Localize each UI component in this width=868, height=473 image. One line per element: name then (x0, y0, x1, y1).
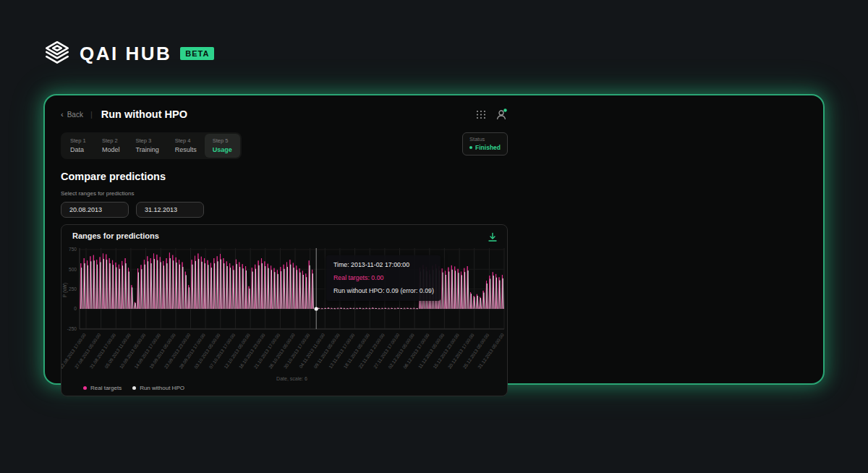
svg-text:-250: -250 (67, 326, 77, 331)
status-dot-icon (469, 146, 472, 149)
beta-badge: BETA (180, 47, 214, 60)
svg-text:22.11.2013 23:00:00: 22.11.2013 23:00:00 (357, 332, 386, 369)
chart-legend: Real targetsRun without HPO (83, 385, 184, 391)
svg-text:500: 500 (69, 267, 77, 272)
svg-text:P (kW): P (kW) (62, 283, 68, 297)
date-from-input[interactable]: 20.08.2013 (61, 202, 129, 218)
svg-text:06.12.2013 17:00:00: 06.12.2013 17:00:00 (402, 332, 430, 370)
svg-text:31.08.2013 17:00:00: 31.08.2013 17:00:00 (88, 332, 116, 370)
svg-text:22.08.2013 17:00:00: 22.08.2013 17:00:00 (61, 332, 87, 370)
step-label: Training (136, 146, 159, 153)
svg-text:07.10.2013 17:00:00: 07.10.2013 17:00:00 (208, 332, 236, 370)
apps-grid-icon[interactable] (475, 108, 488, 121)
back-label: Back (67, 111, 83, 119)
svg-text:0: 0 (74, 306, 77, 311)
step-number: Step 2 (102, 137, 120, 144)
step-tab-training[interactable]: Step 3Training (128, 134, 167, 158)
svg-text:19.09.2013 05:00:00: 19.09.2013 05:00:00 (148, 332, 176, 370)
svg-text:12.10.2013 05:00:00: 12.10.2013 05:00:00 (223, 332, 251, 370)
svg-text:03.10.2013 05:00:00: 03.10.2013 05:00:00 (193, 332, 221, 370)
svg-text:16.10.2013 23:00:00: 16.10.2013 23:00:00 (238, 332, 266, 370)
step-label: Results (175, 146, 197, 153)
chevron-left-icon: ‹ (61, 110, 64, 119)
svg-text:18.11.2013 05:00:00: 18.11.2013 05:00:00 (342, 332, 370, 369)
legend-label: Run without HPO (140, 385, 184, 391)
svg-text:10.09.2013 05:00:00: 10.09.2013 05:00:00 (119, 332, 147, 370)
step-tabs: Step 1DataStep 2ModelStep 3TrainingStep … (61, 132, 242, 159)
step-tab-results[interactable]: Step 4Results (167, 134, 205, 158)
step-tab-model[interactable]: Step 2Model (94, 134, 128, 158)
svg-text:14.09.2013 17:00:00: 14.09.2013 17:00:00 (133, 332, 161, 370)
download-chart-icon[interactable] (488, 232, 498, 242)
svg-text:11.12.2013 05:00:00: 11.12.2013 05:00:00 (417, 332, 446, 369)
brand-logo[interactable]: QAI HUB BETA (43, 40, 214, 67)
svg-text:31.12.2013 05:00:00: 31.12.2013 05:00:00 (477, 332, 505, 370)
header-divider: | (90, 110, 93, 119)
status-value: Finished (469, 144, 501, 151)
svg-text:15.12.2013 23:00:00: 15.12.2013 23:00:00 (432, 332, 460, 370)
step-label: Model (102, 146, 120, 153)
svg-text:30.10.2013 17:00:00: 30.10.2013 17:00:00 (283, 332, 311, 370)
card-header: ‹ Back | Run without HPO (61, 106, 508, 122)
step-number: Step 3 (136, 137, 159, 144)
status-label: Status (469, 136, 501, 142)
legend-dot-icon (83, 386, 87, 390)
section-title: Compare predictions (61, 171, 508, 182)
svg-text:13.11.2013 17:00:00: 13.11.2013 17:00:00 (328, 332, 356, 369)
chart-title: Ranges for predictions (72, 231, 507, 240)
online-status-dot (503, 108, 506, 111)
svg-text:21.10.2013 17:00:00: 21.10.2013 17:00:00 (252, 332, 281, 370)
legend-label: Real targets (90, 385, 122, 391)
user-profile-icon[interactable] (495, 108, 508, 121)
svg-text:26.10.2013 05:00:00: 26.10.2013 05:00:00 (268, 332, 296, 370)
svg-text:250: 250 (69, 286, 77, 291)
select-ranges-label: Select ranges for predictions (61, 190, 508, 197)
svg-text:25.12.2013 05:00:00: 25.12.2013 05:00:00 (461, 332, 490, 370)
step-number: Step 5 (213, 137, 232, 144)
svg-text:27.11.2013 17:00:00: 27.11.2013 17:00:00 (373, 332, 401, 369)
step-label: Data (70, 146, 86, 153)
svg-text:20.12.2013 17:00:00: 20.12.2013 17:00:00 (447, 332, 475, 370)
step-number: Step 4 (175, 137, 197, 144)
svg-text:27.08.2013 05:00:00: 27.08.2013 05:00:00 (74, 332, 102, 370)
step-tab-data[interactable]: Step 1Data (62, 134, 94, 158)
date-to-input[interactable]: 31.12.2013 (136, 202, 204, 218)
svg-text:23.09.2013 23:00:00: 23.09.2013 23:00:00 (163, 332, 191, 370)
svg-text:05.09.2013 11:00:00: 05.09.2013 11:00:00 (103, 332, 132, 369)
legend-dot-icon (132, 386, 136, 390)
qai-hub-logo-icon (43, 40, 71, 67)
brand-name: QAI HUB (80, 43, 171, 65)
step-label: Usage (213, 146, 232, 153)
predictions-chart[interactable]: 22.08.2013 17:00:0027.08.2013 05:00:0031… (61, 242, 507, 387)
svg-text:02.12.2013 05:00:00: 02.12.2013 05:00:00 (387, 332, 415, 370)
svg-text:750: 750 (69, 247, 77, 252)
chart-panel: Ranges for predictions 22.08.2013 17:00:… (61, 224, 508, 396)
legend-item-run-without-hpo[interactable]: Run without HPO (132, 385, 184, 391)
svg-text:Date, scale: 6: Date, scale: 6 (276, 376, 307, 381)
step-tab-usage[interactable]: Step 5Usage (205, 134, 240, 158)
back-button[interactable]: ‹ Back (61, 110, 83, 119)
status-badge: Status Finished (462, 132, 508, 155)
legend-item-real-targets[interactable]: Real targets (83, 385, 122, 391)
svg-text:09.11.2013 05:00:00: 09.11.2013 05:00:00 (312, 332, 341, 369)
page-title: Run without HPO (101, 108, 187, 120)
step-number: Step 1 (70, 137, 86, 144)
svg-text:28.09.2013 17:00:00: 28.09.2013 17:00:00 (178, 332, 206, 370)
run-card: ‹ Back | Run without HPO (43, 94, 825, 385)
